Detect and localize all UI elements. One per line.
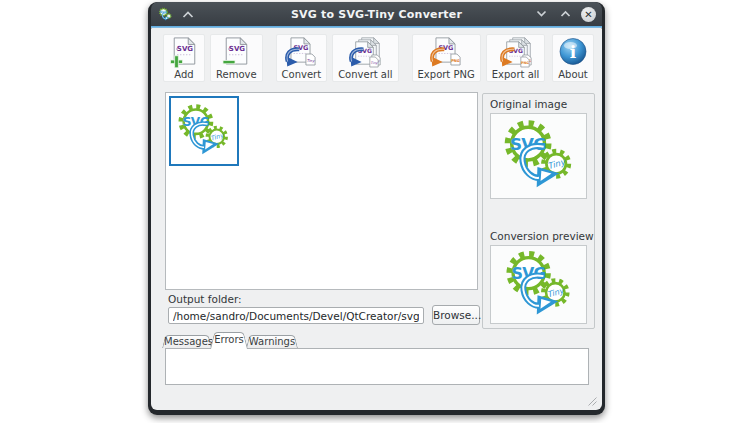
output-folder-label: Output folder: xyxy=(168,293,242,305)
info-icon: i xyxy=(558,37,588,68)
remove-svg-icon xyxy=(221,37,251,68)
chevron-up-icon xyxy=(560,10,571,18)
about-button[interactable]: i About xyxy=(552,34,594,82)
remove-button[interactable]: Remove xyxy=(210,34,263,82)
titlebar: SVG to SVG-Tiny Converter xyxy=(151,2,602,26)
tab-messages-label: Messages xyxy=(164,335,210,348)
tab-warnings-label: Warnings xyxy=(248,335,296,348)
minimize-button[interactable] xyxy=(533,6,549,22)
chevron-up-icon xyxy=(182,10,194,19)
output-folder-input[interactable] xyxy=(168,307,424,324)
conversion-preview-label: Conversion preview xyxy=(490,230,594,242)
convert-all-button-label: Convert all xyxy=(338,69,392,80)
add-svg-icon xyxy=(169,37,199,68)
about-button-label: About xyxy=(558,69,588,80)
tab-errors-label: Errors xyxy=(212,332,246,348)
chevron-down-icon xyxy=(536,10,547,18)
export-png-button-label: Export PNG xyxy=(418,69,475,80)
tab-warnings[interactable]: Warnings xyxy=(248,335,296,348)
converted-logo-image xyxy=(502,248,576,322)
maximize-button[interactable] xyxy=(557,6,573,22)
original-image-preview xyxy=(490,113,587,199)
browse-button-label: Browse... xyxy=(433,309,481,321)
remove-button-label: Remove xyxy=(216,69,257,80)
shade-button[interactable] xyxy=(180,6,196,22)
close-icon: ✕ xyxy=(584,9,592,20)
convert-button[interactable]: Convert xyxy=(276,34,328,82)
toolbar: Add Remove Convert xyxy=(163,34,596,86)
export-all-button-label: Export all xyxy=(492,69,540,80)
preview-panel: Original image Conversion preview xyxy=(482,93,595,329)
convert-button-label: Convert xyxy=(282,69,322,80)
tab-messages[interactable]: Messages xyxy=(164,335,210,348)
resize-grip-icon[interactable] xyxy=(588,397,597,406)
logo-thumbnail-image xyxy=(175,102,233,160)
app-window: SVG to SVG-Tiny Converter xyxy=(148,2,605,415)
file-list[interactable] xyxy=(165,92,478,290)
svg-logo-thumbnail[interactable] xyxy=(169,96,239,166)
app-logo-icon[interactable] xyxy=(157,6,173,22)
window-content: Add Remove Convert xyxy=(151,28,602,410)
desktop-background: SVG to SVG-Tiny Converter xyxy=(0,0,752,423)
conversion-preview-box xyxy=(490,245,587,324)
convert-icon xyxy=(285,37,317,68)
original-image-label: Original image xyxy=(490,98,567,110)
export-all-icon xyxy=(499,37,533,68)
convert-all-icon xyxy=(348,37,382,68)
browse-button[interactable]: Browse... xyxy=(432,305,480,325)
add-button[interactable]: Add xyxy=(163,34,205,82)
svg-text:i: i xyxy=(570,42,577,62)
convert-all-button[interactable]: Convert all xyxy=(332,34,398,82)
original-logo-image xyxy=(500,117,578,195)
export-png-icon xyxy=(430,37,462,68)
export-all-button[interactable]: Export all xyxy=(486,34,546,82)
close-button[interactable]: ✕ xyxy=(581,7,596,22)
log-output-area[interactable] xyxy=(165,348,589,385)
add-button-label: Add xyxy=(174,69,193,80)
tab-errors[interactable]: Errors xyxy=(212,332,246,349)
export-png-button[interactable]: Export PNG xyxy=(412,34,481,82)
